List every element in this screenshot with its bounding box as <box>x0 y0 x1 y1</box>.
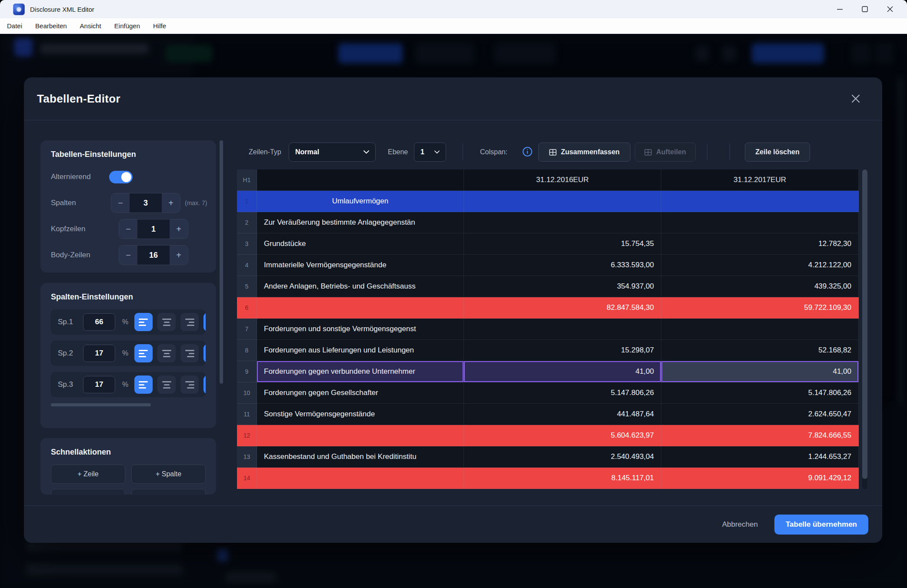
table-cell[interactable]: 82.847.584,30 <box>464 297 661 319</box>
minus-icon[interactable]: − <box>119 246 137 265</box>
table-cell[interactable] <box>257 169 464 191</box>
row-number[interactable]: H1 <box>237 169 257 191</box>
align-right-icon[interactable] <box>180 344 199 362</box>
plus-icon[interactable]: + <box>162 193 180 213</box>
table-cell[interactable]: 5.147.806,26 <box>464 382 661 404</box>
close-window-icon[interactable] <box>877 0 903 18</box>
horizontal-scrollbar[interactable] <box>51 403 206 406</box>
table-cell[interactable]: 5.604.623,97 <box>464 425 661 446</box>
table-cell[interactable]: 2.624.650,47 <box>661 404 859 425</box>
align-center-icon[interactable] <box>157 313 176 331</box>
table-cell[interactable]: 31.12.2016EUR <box>464 169 661 191</box>
table-cell[interactable]: Kassenbestand und Guthaben bei Kreditins… <box>257 446 464 468</box>
apply-table-button[interactable]: Tabelle übernehmen <box>774 515 868 535</box>
arrow-up-icon[interactable]: ↑ <box>203 344 206 362</box>
table-scrollbar[interactable] <box>862 169 867 489</box>
minus-icon[interactable]: − <box>111 193 130 213</box>
menu-item-bearbeiten[interactable]: Bearbeiten <box>35 22 67 30</box>
merge-cells-button[interactable]: Zusammenfassen <box>538 143 630 162</box>
alternating-toggle[interactable] <box>109 171 133 183</box>
row-number[interactable]: 2 <box>237 212 257 233</box>
clipped-action-button[interactable] <box>131 489 206 495</box>
table-cell[interactable]: 8.145.117,01 <box>464 468 661 489</box>
table-cell[interactable]: 4.212.122,00 <box>661 255 859 276</box>
table-cell[interactable]: Andere Anlagen, Betriebs- und Geschäftsa… <box>257 276 464 297</box>
table-cell[interactable]: 15.298,07 <box>464 340 661 361</box>
column-width-input[interactable]: 17 <box>83 345 115 362</box>
table-cell[interactable]: 15.754,35 <box>464 233 661 255</box>
table-cell[interactable]: 9.091.429,12 <box>661 468 859 489</box>
align-left-icon[interactable] <box>134 313 153 331</box>
row-number[interactable]: 5 <box>237 276 257 297</box>
align-right-icon[interactable] <box>180 313 199 331</box>
row-number[interactable]: 1 <box>237 191 257 212</box>
menu-item-datei[interactable]: Datei <box>7 22 22 30</box>
align-right-icon[interactable] <box>180 375 199 394</box>
table-cell[interactable]: Zur Veräußerung bestimmte Anlagegegenstä… <box>257 212 464 233</box>
row-type-select[interactable]: Normal <box>289 143 376 162</box>
info-icon[interactable] <box>523 147 532 156</box>
horizontal-scrollbar-thumb[interactable] <box>51 403 151 406</box>
add-row-button[interactable]: + Zeile <box>51 465 125 484</box>
table-cell[interactable]: 439.325,00 <box>661 276 859 297</box>
table-cell[interactable]: 2.540.493,04 <box>464 446 661 468</box>
minus-icon[interactable]: − <box>119 219 137 239</box>
table-cell[interactable]: 441.487,64 <box>464 404 661 425</box>
delete-row-button[interactable]: Zeile löschen <box>745 143 810 162</box>
table-cell[interactable] <box>257 468 464 489</box>
row-number[interactable]: 13 <box>237 446 257 468</box>
row-number[interactable]: 7 <box>237 319 257 340</box>
maximize-icon[interactable] <box>852 0 877 18</box>
table-cell[interactable]: 31.12.2017EUR <box>661 169 859 191</box>
table-cell[interactable]: Forderungen und sonstige Vermögensgegens… <box>257 319 464 340</box>
row-number[interactable]: 6 <box>237 297 257 319</box>
table-cell[interactable]: 6.333.593,00 <box>464 255 661 276</box>
cancel-button[interactable]: Abbrechen <box>722 520 758 529</box>
columns-count-value[interactable]: 3 <box>130 193 162 213</box>
table-cell[interactable] <box>661 212 859 233</box>
plus-icon[interactable]: + <box>170 246 188 265</box>
arrow-up-icon[interactable]: ↑ <box>203 375 206 394</box>
row-number[interactable]: 11 <box>237 404 257 425</box>
add-column-button[interactable]: + Spalte <box>131 465 206 484</box>
column-width-input[interactable]: 17 <box>83 376 115 393</box>
row-number[interactable]: 8 <box>237 340 257 361</box>
table-cell[interactable]: 59.722.109,30 <box>661 297 859 319</box>
sidebar-scrollbar-thumb[interactable] <box>220 140 223 384</box>
row-number[interactable]: 14 <box>237 468 257 489</box>
plus-icon[interactable]: + <box>170 219 188 239</box>
clipped-action-button[interactable] <box>51 489 125 495</box>
table-cell[interactable]: 41,00 <box>661 361 859 382</box>
arrow-up-icon[interactable]: ↑ <box>203 313 206 331</box>
header-rows-value[interactable]: 1 <box>137 219 170 239</box>
table-cell[interactable] <box>257 297 464 319</box>
row-number[interactable]: 9 <box>237 361 257 382</box>
align-center-icon[interactable] <box>157 375 176 394</box>
body-rows-value[interactable]: 16 <box>137 246 170 265</box>
minimize-icon[interactable] <box>827 0 852 18</box>
table-cell[interactable]: Grundstücke <box>257 233 464 255</box>
row-number[interactable]: 10 <box>237 382 257 404</box>
row-number[interactable]: 3 <box>237 233 257 255</box>
table-cell[interactable]: 12.782,30 <box>661 233 859 255</box>
table-cell[interactable]: Forderungen gegen verbundene Unternehmer <box>257 361 464 382</box>
row-number[interactable]: 4 <box>237 255 257 276</box>
table-cell[interactable]: Forderungen aus Lieferungen und Leistung… <box>257 340 464 361</box>
menu-item-hilfe[interactable]: Hilfe <box>153 22 166 30</box>
split-cells-button[interactable]: Aufteilen <box>635 143 696 162</box>
column-width-input[interactable]: 66 <box>83 313 115 331</box>
table-cell[interactable] <box>464 212 661 233</box>
table-cell[interactable]: 7.824.666,55 <box>661 425 859 446</box>
align-left-icon[interactable] <box>134 344 153 362</box>
table-cell[interactable]: Forderungen gegen Gesellschafter <box>257 382 464 404</box>
table-cell[interactable] <box>464 191 661 212</box>
table-cell[interactable]: Umlaufvermögen <box>257 191 464 212</box>
table-cell[interactable] <box>464 319 661 340</box>
table-cell[interactable]: 354.937,00 <box>464 276 661 297</box>
table-cell[interactable]: Immaterielle Vermögensgegenstände <box>257 255 464 276</box>
table-cell[interactable] <box>661 319 859 340</box>
table-cell[interactable]: 1.244.653,27 <box>661 446 859 468</box>
menu-item-ansicht[interactable]: Ansicht <box>80 22 101 30</box>
row-number[interactable]: 12 <box>237 425 257 446</box>
menu-item-einfuegen[interactable]: Einfügen <box>114 22 140 30</box>
